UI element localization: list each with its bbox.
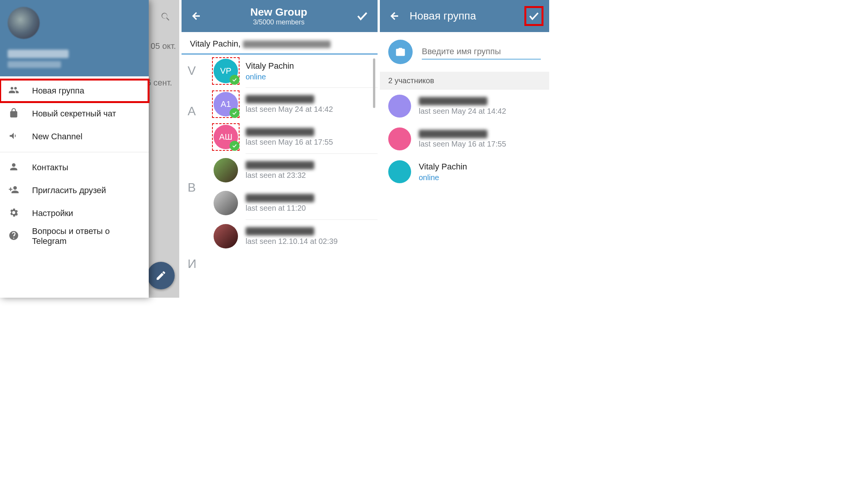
avatar-wrap: VP: [214, 59, 238, 83]
contact-row[interactable]: АШ last seen May 16 at 17:55: [182, 121, 378, 153]
contact-list[interactable]: V VP Vitaly Pachin online A A1 last seen…: [182, 55, 378, 297]
members-list: last seen May 24 at 14:42 last seen May …: [380, 90, 549, 188]
contact-name-blurred: [246, 161, 314, 169]
contact-row[interactable]: last seen at 23:32: [182, 154, 378, 187]
chat-date-2: 5 сент.: [146, 78, 172, 88]
appbar-title: New Group: [204, 6, 354, 18]
group-icon: [8, 85, 19, 97]
avatar-wrap: [214, 191, 238, 215]
menu-invite-friends[interactable]: Пригласить друзей: [0, 179, 149, 202]
contact-name-blurred: [246, 227, 314, 235]
back-button[interactable]: [188, 11, 204, 21]
screen-name-group: Новая группа 2 участников last seen May …: [378, 0, 549, 298]
menu-label: Вопросы и ответы о Telegram: [32, 226, 140, 246]
menu-label: Пригласить друзей: [32, 185, 106, 195]
selected-check: [230, 75, 240, 85]
contact-status: last seen at 11:20: [246, 204, 378, 213]
contact-row[interactable]: last seen at 11:20: [182, 187, 378, 219]
member-row[interactable]: Vitaly Pachin online: [380, 155, 549, 188]
section-letter-a: A: [188, 104, 196, 118]
drawer-header: [0, 0, 149, 76]
megaphone-icon: [8, 131, 19, 143]
group-photo-button[interactable]: [388, 40, 413, 64]
avatar-wrap: A1: [214, 92, 238, 116]
section-letter-v: V: [188, 64, 196, 78]
contact-name-blurred: [246, 194, 314, 202]
selected-names-blurred: [243, 40, 331, 48]
member-avatar: [388, 127, 411, 150]
contact-status: last seen May 16 at 17:55: [246, 138, 378, 147]
search-button[interactable]: [156, 8, 175, 26]
appbar-title: Новая группа: [402, 10, 526, 22]
contact-status: online: [246, 73, 378, 81]
member-status: online: [419, 173, 549, 182]
back-button[interactable]: [387, 11, 402, 21]
group-name-input[interactable]: [422, 44, 541, 60]
avatar-wrap: [214, 158, 238, 182]
menu-new-group[interactable]: Новая группа: [0, 79, 149, 102]
member-avatar: [388, 95, 411, 118]
pencil-icon: [155, 270, 167, 281]
screen-drawer: 05 окт. 5 сент. Новая группа Новый секре…: [0, 0, 179, 298]
member-row[interactable]: last seen May 24 at 14:42: [380, 90, 549, 123]
menu-label: Настройки: [32, 208, 73, 218]
member-name-blurred: [419, 130, 487, 138]
contact-name-blurred: [246, 95, 314, 103]
appbar: New Group 3/5000 members: [182, 0, 378, 32]
screen-select-members: New Group 3/5000 members Vitaly Pachin, …: [179, 0, 378, 298]
section-letter-b: B: [188, 181, 196, 195]
arrow-left-icon: [191, 11, 201, 21]
menu-new-channel[interactable]: New Channel: [0, 125, 149, 148]
camera-icon: [395, 47, 406, 57]
person-icon: [8, 161, 19, 174]
confirm-button[interactable]: [526, 7, 542, 25]
drawer-items: Новая группа Новый секретный чат New Cha…: [0, 76, 149, 248]
menu-contacts[interactable]: Контакты: [0, 156, 149, 179]
divider: [0, 152, 149, 152]
member-status: last seen May 24 at 14:42: [419, 107, 549, 116]
contact-name-blurred: [246, 128, 314, 136]
selected-check: [230, 108, 240, 118]
scrollbar-thumb[interactable]: [373, 58, 375, 108]
contact-avatar: [214, 158, 238, 182]
chat-date-1: 05 окт.: [151, 41, 176, 51]
contact-name: Vitaly Pachin: [246, 61, 378, 71]
menu-new-secret-chat[interactable]: Новый секретный чат: [0, 102, 149, 125]
menu-faq[interactable]: Вопросы и ответы о Telegram: [0, 225, 149, 248]
gear-icon: [8, 207, 19, 219]
avatar-wrap: [214, 224, 238, 248]
profile-avatar[interactable]: [8, 7, 40, 39]
member-status: last seen May 16 at 17:55: [419, 140, 549, 148]
contact-row[interactable]: VP Vitaly Pachin online: [182, 55, 378, 87]
appbar: Новая группа: [380, 0, 549, 32]
contact-avatar: [214, 191, 238, 215]
appbar-title-wrap: New Group 3/5000 members: [204, 6, 354, 26]
member-row[interactable]: last seen May 16 at 17:55: [380, 123, 549, 155]
compose-fab[interactable]: [147, 262, 175, 289]
selected-name: Vitaly Pachin,: [190, 39, 241, 48]
menu-settings[interactable]: Настройки: [0, 202, 149, 225]
arrow-left-icon: [389, 11, 400, 21]
contact-avatar: [214, 224, 238, 248]
profile-phone-blurred: [8, 61, 61, 68]
member-name: Vitaly Pachin: [419, 162, 549, 172]
member-name-blurred: [419, 97, 487, 105]
menu-label: New Channel: [32, 132, 82, 142]
menu-label: Новый секретный чат: [32, 109, 116, 119]
confirm-button[interactable]: [354, 10, 371, 23]
selected-members-field[interactable]: Vitaly Pachin,: [182, 32, 378, 55]
members-count-bar: 2 участников: [380, 72, 549, 90]
contact-row[interactable]: A1 last seen May 24 at 14:42: [182, 88, 378, 121]
profile-name-blurred: [8, 50, 69, 58]
lock-icon: [8, 108, 19, 120]
check-icon: [356, 10, 369, 23]
selected-check: [230, 141, 240, 151]
help-icon: [8, 230, 19, 242]
appbar-subtitle: 3/5000 members: [204, 18, 354, 26]
check-icon: [528, 10, 540, 23]
member-avatar: [388, 160, 411, 183]
contact-status: last seen at 23:32: [246, 171, 378, 180]
search-icon: [160, 11, 171, 22]
contact-row[interactable]: last seen 12.10.14 at 02:39: [182, 220, 378, 253]
navigation-drawer: Новая группа Новый секретный чат New Cha…: [0, 0, 149, 298]
